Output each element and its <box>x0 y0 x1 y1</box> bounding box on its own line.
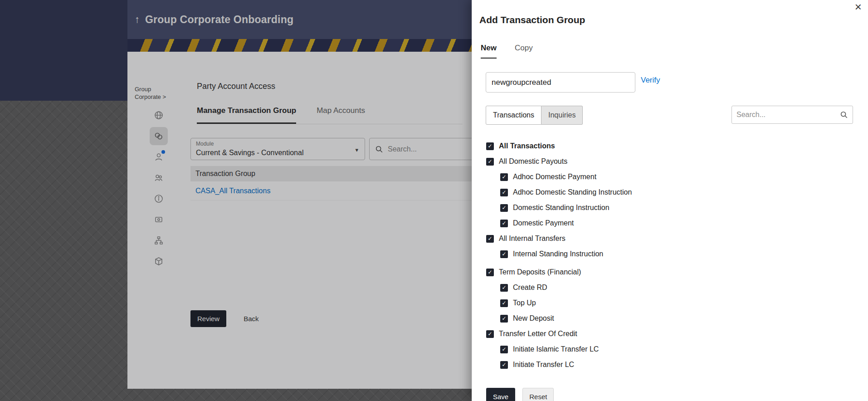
hierarchy-icon[interactable] <box>150 231 168 249</box>
review-button[interactable]: Review <box>190 310 226 327</box>
search-icon <box>375 145 383 153</box>
panel-search-input[interactable] <box>736 111 840 119</box>
checkbox-checked-icon[interactable]: ✓ <box>486 330 494 338</box>
tree-item-initiate-islamic-transfer-lc: ✓ Initiate Islamic Transfer LC <box>500 342 850 357</box>
module-select-label: Module <box>196 141 214 147</box>
search-icon <box>840 111 848 119</box>
table-header-label: Transaction Group <box>195 170 255 178</box>
group-search-placeholder: Search... <box>388 145 417 153</box>
tree-item-top-up: ✓ Top Up <box>500 295 850 311</box>
globe-icon[interactable] <box>150 106 168 124</box>
tab-map-accounts[interactable]: Map Accounts <box>317 106 365 124</box>
checkbox-checked-icon[interactable]: ✓ <box>486 142 494 150</box>
tree-item-new-deposit: ✓ New Deposit <box>500 311 850 326</box>
module-icon-rail <box>127 106 190 273</box>
tree-item-all-transactions: ✓ All Transactions <box>486 138 850 154</box>
checkbox-checked-icon[interactable]: ✓ <box>500 284 508 292</box>
transactions-icon[interactable] <box>150 127 168 145</box>
segment-transactions[interactable]: Transactions <box>486 106 541 125</box>
checkbox-checked-icon[interactable]: ✓ <box>500 189 508 196</box>
agent-icon[interactable] <box>150 148 168 166</box>
tree-item-initiate-transfer-lc: ✓ Initiate Transfer LC <box>500 357 850 372</box>
app-title: Group Corporate Onboarding <box>145 14 293 26</box>
segment-inquiries[interactable]: Inquiries <box>541 106 583 125</box>
module-select[interactable]: Module Current & Savings - Conventional … <box>190 138 365 160</box>
group-name-input[interactable] <box>486 72 635 93</box>
checkbox-checked-icon[interactable]: ✓ <box>486 235 494 243</box>
statement-icon[interactable] <box>150 210 168 229</box>
info-icon[interactable] <box>150 190 168 208</box>
tree-item-create-rd: ✓ Create RD <box>500 280 850 295</box>
checkbox-checked-icon[interactable]: ✓ <box>500 204 508 212</box>
panel-search-field <box>731 106 853 124</box>
checkbox-checked-icon[interactable]: ✓ <box>500 346 508 353</box>
type-segmented-control: Transactions Inquiries <box>486 106 583 125</box>
tab-manage-transaction-group[interactable]: Manage Transaction Group <box>197 106 296 124</box>
verify-link[interactable]: Verify <box>641 76 660 85</box>
card-tabs: Manage Transaction Group Map Accounts <box>197 106 463 124</box>
tree-item-term-deposits-financial: ✓ Term Deposits (Financial) <box>486 264 850 280</box>
tree-item-adhoc-domestic-standing-instruction: ✓ Adhoc Domestic Standing Instruction <box>500 185 850 200</box>
tab-new[interactable]: New <box>481 44 497 59</box>
transaction-group-link[interactable]: CASA_All Transactions <box>195 187 270 195</box>
card-actions: Review Back <box>190 310 259 327</box>
panel-tabs: New Copy <box>481 44 533 59</box>
checkbox-checked-icon[interactable]: ✓ <box>500 299 508 307</box>
checkbox-checked-icon[interactable]: ✓ <box>500 361 508 369</box>
background-app: ↑ Group Corporate Onboarding Group Corpo… <box>0 0 472 401</box>
table-header: Transaction Group <box>190 166 472 181</box>
hero-banner <box>127 39 472 52</box>
tree-item-domestic-standing-instruction: ✓ Domestic Standing Instruction <box>500 200 850 215</box>
checkbox-checked-icon[interactable]: ✓ <box>486 269 494 276</box>
reset-button[interactable]: Reset <box>522 388 554 401</box>
tree-item-adhoc-domestic-payment: ✓ Adhoc Domestic Payment <box>500 169 850 185</box>
checkbox-checked-icon[interactable]: ✓ <box>500 220 508 227</box>
up-arrow-icon[interactable]: ↑ <box>135 14 140 25</box>
breadcrumb-separator-icon: > <box>162 93 166 100</box>
left-nav-strip <box>0 0 127 101</box>
transaction-tree: ✓ All Transactions ✓ All Domestic Payout… <box>486 138 850 372</box>
panel-title: Add Transaction Group <box>479 15 585 25</box>
page-title: Party Account Access <box>197 82 275 91</box>
tree-item-transfer-letter-of-credit: ✓ Transfer Letter Of Credit <box>486 326 850 342</box>
content-card: Group Corporate > <box>127 39 472 389</box>
tab-copy[interactable]: Copy <box>515 44 533 59</box>
close-icon[interactable]: × <box>855 0 862 14</box>
module-select-value: Current & Savings - Conventional <box>196 149 303 157</box>
screen: ↑ Group Corporate Onboarding Group Corpo… <box>0 0 868 401</box>
tree-item-internal-standing-instruction: ✓ Internal Standing Instruction <box>500 246 850 262</box>
tree-item-all-internal-transfers: ✓ All Internal Transfers <box>486 231 850 246</box>
users-icon[interactable] <box>150 169 168 187</box>
package-icon[interactable] <box>150 252 168 270</box>
card-left-rail: Group Corporate > <box>127 52 190 389</box>
tree-item-domestic-payment: ✓ Domestic Payment <box>500 215 850 231</box>
card-main: Party Account Access Manage Transaction … <box>190 52 472 389</box>
breadcrumb[interactable]: Group Corporate > <box>135 85 170 101</box>
notification-dot <box>161 150 165 154</box>
back-button[interactable]: Back <box>244 315 258 323</box>
chevron-down-icon: ▾ <box>355 147 358 153</box>
save-button[interactable]: Save <box>486 388 515 401</box>
checkbox-checked-icon[interactable]: ✓ <box>500 315 508 323</box>
checkbox-checked-icon[interactable]: ✓ <box>486 158 494 166</box>
add-transaction-group-panel: × Add Transaction Group New Copy Verify … <box>472 0 868 401</box>
table-row: CASA_All Transactions <box>190 181 472 200</box>
tree-item-all-domestic-payouts: ✓ All Domestic Payouts <box>486 154 850 169</box>
checkbox-checked-icon[interactable]: ✓ <box>500 250 508 258</box>
checkbox-checked-icon[interactable]: ✓ <box>500 173 508 181</box>
app-header: ↑ Group Corporate Onboarding <box>135 0 293 39</box>
panel-actions: Save Reset <box>486 388 554 401</box>
breadcrumb-label[interactable]: Group Corporate <box>135 86 161 100</box>
